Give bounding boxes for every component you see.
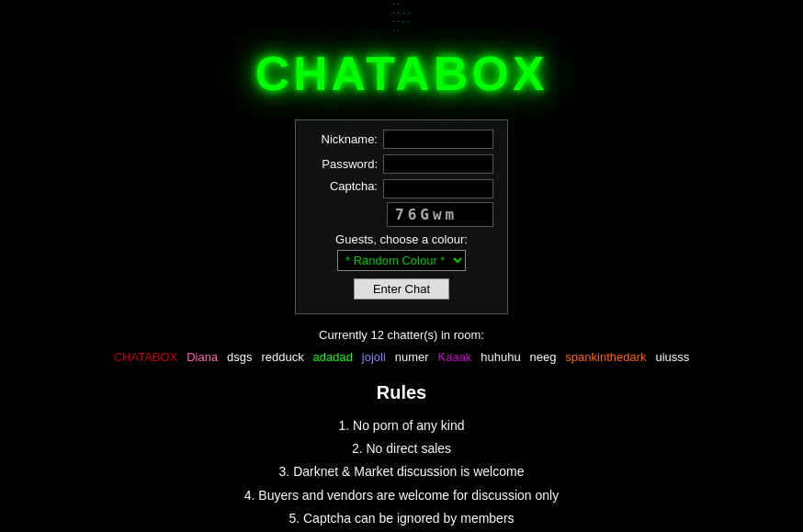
enter-chat-button[interactable]: Enter Chat xyxy=(354,278,449,300)
chatter-name[interactable]: spankinthedark xyxy=(565,350,646,364)
chatter-name[interactable]: Kaaak xyxy=(438,350,472,364)
chatter-name[interactable]: uiusss xyxy=(655,350,689,364)
nickname-label: Nickname: xyxy=(310,132,383,146)
chatter-name[interactable]: numer xyxy=(395,350,429,364)
password-label: Password: xyxy=(310,157,383,171)
captcha-right: 76Gwm xyxy=(383,179,493,227)
rules-section: Rules 1. No porn of any kind2. No direct… xyxy=(0,382,803,532)
chatter-name[interactable]: adadad xyxy=(313,350,353,364)
chatter-name[interactable]: dsgs xyxy=(227,350,252,364)
chatter-name[interactable]: jojoli xyxy=(362,350,386,364)
rules-list: 1. No porn of any kind2. No direct sales… xyxy=(0,414,803,532)
chatter-name[interactable]: redduck xyxy=(261,350,303,364)
rules-title: Rules xyxy=(0,382,803,403)
captcha-input[interactable] xyxy=(383,179,493,198)
colour-select[interactable]: * Random Colour * xyxy=(337,250,466,271)
rule-item: 2. No direct sales xyxy=(0,437,803,460)
rule-item: 3. Darknet & Market discussion is welcom… xyxy=(0,460,803,483)
colour-prompt: Guests, choose a colour: xyxy=(310,232,493,246)
matrix-decoration: : : : : : : xyxy=(391,0,412,37)
captcha-image: 76Gwm xyxy=(387,202,493,227)
captcha-row: Captcha: 76Gwm xyxy=(310,179,493,227)
chatter-name[interactable]: Diana xyxy=(187,350,218,364)
password-row: Password: xyxy=(310,154,493,174)
chatter-name[interactable]: CHATABOX xyxy=(114,350,178,364)
logo-container: : : : : : : CHATABOX xyxy=(0,0,803,101)
rule-item: 4. Buyers and vendors are welcome for di… xyxy=(0,484,803,507)
chatter-name[interactable]: huhuhu xyxy=(481,350,520,364)
password-input[interactable] xyxy=(383,154,493,174)
captcha-label: Captcha: xyxy=(310,179,383,193)
nickname-input[interactable] xyxy=(383,130,493,149)
login-form: Nickname: Password: Captcha: 76Gwm Guest… xyxy=(295,119,508,314)
colour-select-row: * Random Colour * xyxy=(310,250,493,271)
rule-item: 5. Captcha can be ignored by members xyxy=(0,507,803,530)
nickname-row: Nickname: xyxy=(310,130,493,149)
rule-item: 1. No porn of any kind xyxy=(0,414,803,437)
chatters-status: Currently 12 chatter(s) in room: xyxy=(0,328,803,342)
chatter-name[interactable]: neeg xyxy=(530,350,557,364)
chatters-list: CHATABOX Diana dsgs redduck adadad jojol… xyxy=(0,349,803,364)
